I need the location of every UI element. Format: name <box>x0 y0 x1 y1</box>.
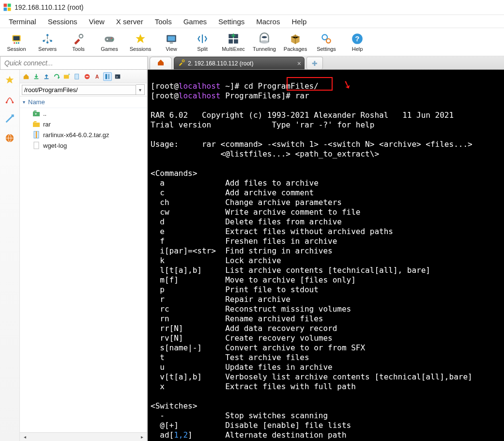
menu-games[interactable]: Games <box>179 16 212 28</box>
app-icon <box>3 3 12 12</box>
terminal[interactable]: [root@localhost ~]# cd ProgramFiles/ [ro… <box>148 70 504 441</box>
svg-point-8 <box>18 42 19 44</box>
tab-new[interactable]: ✚ <box>306 57 323 69</box>
menu-terminal[interactable]: Terminal <box>4 16 41 28</box>
svg-rect-47 <box>34 142 39 149</box>
scroll-right-icon[interactable]: ▸ <box>138 433 146 441</box>
menu-help[interactable]: Help <box>287 16 311 28</box>
sftp-icon[interactable] <box>4 94 15 105</box>
t: localhost <box>179 81 221 91</box>
tree-header-label: Name <box>28 98 45 106</box>
main-toolbar: Session Servers Tools Games Sessions Vie… <box>0 28 504 56</box>
quick-connect[interactable] <box>0 56 148 70</box>
go-home-icon[interactable] <box>22 72 31 81</box>
t: k Lock archive <box>151 256 281 265</box>
toolbar-multiexec[interactable]: MultiExec <box>218 29 249 56</box>
multiexec-icon <box>227 32 240 45</box>
tree-header[interactable]: ▾ Name <box>20 96 147 108</box>
hscrollbar[interactable]: ◂ ▸ <box>20 432 147 441</box>
t: rr[N] Add data recovery record <box>151 324 337 333</box>
tree-row-up[interactable]: .. <box>20 108 147 119</box>
new-file-icon[interactable] <box>73 72 81 81</box>
toolbar-tunneling[interactable]: Tunneling <box>249 29 280 56</box>
svg-point-25 <box>260 40 269 44</box>
tree-row-wgetlog[interactable]: wget-log <box>20 140 147 151</box>
toolbar-servers[interactable]: Servers <box>32 29 63 56</box>
upload-icon[interactable] <box>42 72 51 81</box>
menu-xserver[interactable]: X server <box>111 16 148 28</box>
text-icon[interactable]: A <box>93 72 102 81</box>
download-icon[interactable] <box>32 72 41 81</box>
t: RAR 6.02 Copyright (c) 1993-2021 Alexand… <box>151 110 454 120</box>
t: <Commands> <box>151 169 197 178</box>
toolbar-split[interactable]: Split <box>187 29 218 56</box>
toolbar-session[interactable]: Session <box>1 29 32 56</box>
toolbar-view[interactable]: View <box>156 29 187 56</box>
quick-connect-input[interactable] <box>0 57 147 69</box>
svg-rect-1 <box>8 4 11 7</box>
side-strip <box>0 56 20 441</box>
toolbar-help[interactable]: ?Help <box>342 29 373 56</box>
t: t Test archive files <box>151 353 309 362</box>
tree-row-rar[interactable]: rar <box>20 119 147 129</box>
packages-icon <box>289 32 302 45</box>
tree-row-rar-label: rar <box>43 121 51 128</box>
svg-rect-20 <box>170 42 173 43</box>
scroll-left-icon[interactable]: ◂ <box>21 433 29 441</box>
svg-point-16 <box>111 37 112 38</box>
t: p Print file to stdout <box>151 285 319 294</box>
toolbar-settings[interactable]: Settings <box>311 29 342 56</box>
svg-text:+: + <box>68 73 70 76</box>
svg-point-9 <box>46 34 48 36</box>
tree-row-up-label: .. <box>43 110 46 117</box>
path-input[interactable] <box>22 85 136 95</box>
star-icon[interactable] <box>4 75 15 85</box>
wrench-icon <box>178 59 185 67</box>
tab-home[interactable] <box>150 57 172 69</box>
svg-point-15 <box>107 38 108 40</box>
toolbar-sessions[interactable]: Sessions <box>125 29 156 56</box>
t: s[name|-] Convert archive to or from SFX <box>151 343 365 352</box>
plus-icon: ✚ <box>312 60 318 67</box>
session-icon <box>10 32 23 45</box>
toggle-view-icon[interactable] <box>103 72 112 81</box>
menu-view[interactable]: View <box>84 16 109 28</box>
file-icon <box>32 142 40 149</box>
sftp-toolbar: + A > <box>20 70 147 83</box>
tree-row-archive[interactable]: rarlinux-x64-6.0.2.tar.gz <box>20 129 147 140</box>
svg-point-13 <box>79 34 83 38</box>
toolbar-games[interactable]: Games <box>94 29 125 56</box>
t: rn Rename archived files <box>151 314 323 323</box>
t: d Delete files from archive <box>151 217 342 226</box>
collapse-icon[interactable]: ▾ <box>23 99 25 105</box>
svg-rect-19 <box>168 36 175 41</box>
svg-rect-14 <box>105 36 114 42</box>
svg-rect-2 <box>4 8 7 11</box>
t: - Stop switches scanning <box>151 411 328 420</box>
tab-active[interactable]: 2. 192.168.110.112 (root) × <box>174 57 305 69</box>
new-folder-icon[interactable]: + <box>62 72 71 81</box>
globe-icon[interactable] <box>4 133 15 143</box>
t: Trial version Type 'rar -?' for help <box>151 120 374 129</box>
delete-icon[interactable] <box>83 72 92 81</box>
t: m[f] Move to archive [files only] <box>151 275 356 284</box>
toolbar-tools[interactable]: Tools <box>63 29 94 56</box>
macros-side-icon[interactable] <box>4 113 15 124</box>
menu-settings[interactable]: Settings <box>214 16 249 28</box>
svg-point-31 <box>6 102 8 104</box>
toolbar-packages[interactable]: Packages <box>280 29 311 56</box>
t: [root@ <box>151 91 179 100</box>
menu-tools[interactable]: Tools <box>150 16 177 28</box>
t: x Extract files with full path <box>151 382 356 391</box>
menu-sessions[interactable]: Sessions <box>43 16 82 28</box>
close-icon[interactable]: × <box>297 60 301 67</box>
toolbar-settings-label: Settings <box>317 46 336 52</box>
menu-macros[interactable]: Macros <box>251 16 285 28</box>
right-pane: 2. 192.168.110.112 (root) × ✚ [root@loca… <box>148 56 504 441</box>
path-dropdown-icon[interactable]: ▾ <box>136 84 145 95</box>
terminal-small-icon[interactable]: > <box>113 72 122 81</box>
annotation-arrow-icon: ➘ <box>342 79 352 90</box>
refresh-icon[interactable] <box>52 72 61 81</box>
t: rv[N] Create recovery volumes <box>151 333 333 343</box>
svg-point-17 <box>112 39 113 40</box>
